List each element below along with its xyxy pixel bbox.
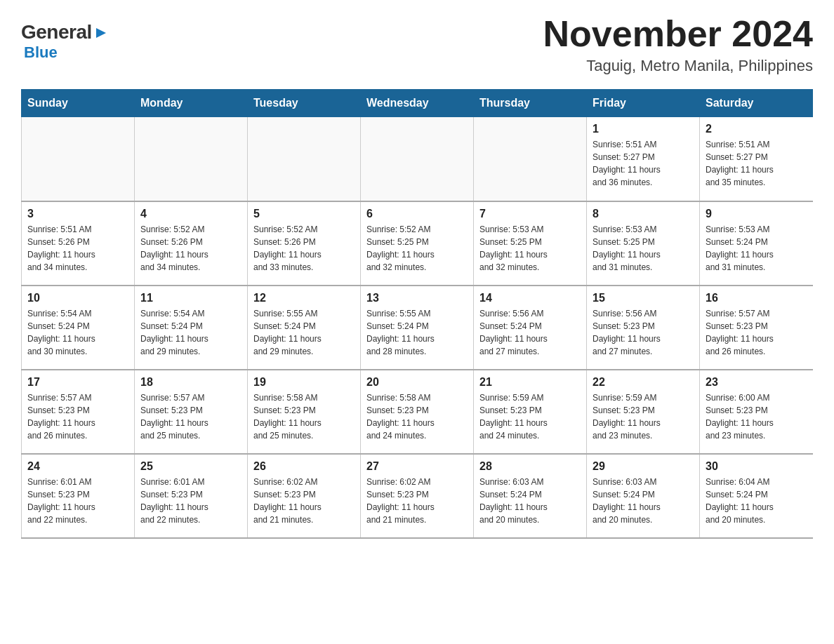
day-number: 8	[593, 208, 694, 220]
day-info: Sunrise: 6:00 AMSunset: 5:23 PMDaylight:…	[706, 391, 807, 442]
day-number: 9	[706, 208, 807, 220]
logo-triangle-icon	[93, 25, 109, 41]
calendar-cell: 27Sunrise: 6:02 AMSunset: 5:23 PMDayligh…	[361, 454, 474, 538]
calendar-cell: 22Sunrise: 5:59 AMSunset: 5:23 PMDayligh…	[587, 370, 700, 454]
calendar-cell: 21Sunrise: 5:59 AMSunset: 5:23 PMDayligh…	[474, 370, 587, 454]
calendar-cell: 3Sunrise: 5:51 AMSunset: 5:26 PMDaylight…	[22, 201, 135, 286]
day-info: Sunrise: 5:59 AMSunset: 5:23 PMDaylight:…	[479, 391, 581, 442]
day-info: Sunrise: 6:03 AMSunset: 5:24 PMDaylight:…	[593, 476, 694, 526]
weekday-header-wednesday: Wednesday	[361, 90, 474, 117]
calendar-cell: 9Sunrise: 5:53 AMSunset: 5:24 PMDaylight…	[700, 201, 813, 286]
weekday-header-saturday: Saturday	[700, 90, 813, 117]
weekday-header-tuesday: Tuesday	[248, 90, 361, 117]
calendar-cell: 14Sunrise: 5:56 AMSunset: 5:24 PMDayligh…	[474, 286, 587, 370]
day-info: Sunrise: 5:52 AMSunset: 5:26 PMDaylight:…	[253, 223, 355, 274]
day-info: Sunrise: 5:57 AMSunset: 5:23 PMDaylight:…	[27, 391, 128, 442]
calendar-cell: 6Sunrise: 5:52 AMSunset: 5:25 PMDaylight…	[361, 201, 474, 286]
calendar-week-row: 3Sunrise: 5:51 AMSunset: 5:26 PMDaylight…	[22, 201, 813, 286]
day-info: Sunrise: 5:51 AMSunset: 5:27 PMDaylight:…	[706, 138, 807, 189]
day-number: 24	[27, 460, 128, 473]
calendar-cell: 20Sunrise: 5:58 AMSunset: 5:23 PMDayligh…	[361, 370, 474, 454]
calendar-week-row: 17Sunrise: 5:57 AMSunset: 5:23 PMDayligh…	[22, 370, 813, 454]
calendar-cell: 5Sunrise: 5:52 AMSunset: 5:26 PMDaylight…	[248, 201, 361, 286]
calendar-cell: 26Sunrise: 6:02 AMSunset: 5:23 PMDayligh…	[248, 454, 361, 538]
title-block: November 2024 Taguig, Metro Manila, Phil…	[543, 14, 813, 75]
day-info: Sunrise: 5:58 AMSunset: 5:23 PMDaylight:…	[253, 391, 355, 442]
day-number: 26	[253, 460, 355, 473]
logo-general-text: General	[21, 21, 92, 43]
day-info: Sunrise: 6:03 AMSunset: 5:24 PMDaylight:…	[479, 476, 581, 526]
calendar-cell: 13Sunrise: 5:55 AMSunset: 5:24 PMDayligh…	[361, 286, 474, 370]
day-info: Sunrise: 5:57 AMSunset: 5:23 PMDaylight:…	[140, 391, 241, 442]
calendar-cell	[474, 117, 587, 201]
day-number: 14	[479, 292, 581, 304]
calendar-cell	[248, 117, 361, 201]
day-number: 20	[366, 376, 468, 389]
day-number: 2	[706, 123, 807, 135]
calendar-table: SundayMondayTuesdayWednesdayThursdayFrid…	[21, 89, 813, 539]
calendar-cell: 17Sunrise: 5:57 AMSunset: 5:23 PMDayligh…	[22, 370, 135, 454]
calendar-cell: 8Sunrise: 5:53 AMSunset: 5:25 PMDaylight…	[587, 201, 700, 286]
day-number: 5	[253, 208, 355, 220]
day-number: 7	[479, 208, 581, 220]
day-info: Sunrise: 6:01 AMSunset: 5:23 PMDaylight:…	[27, 476, 128, 526]
day-number: 23	[706, 376, 807, 389]
day-number: 19	[253, 376, 355, 389]
day-info: Sunrise: 5:54 AMSunset: 5:24 PMDaylight:…	[27, 307, 128, 358]
day-number: 22	[593, 376, 694, 389]
calendar-title: November 2024	[543, 14, 813, 54]
calendar-cell: 16Sunrise: 5:57 AMSunset: 5:23 PMDayligh…	[700, 286, 813, 370]
day-info: Sunrise: 5:56 AMSunset: 5:23 PMDaylight:…	[593, 307, 694, 358]
calendar-cell: 7Sunrise: 5:53 AMSunset: 5:25 PMDaylight…	[474, 201, 587, 286]
day-info: Sunrise: 5:53 AMSunset: 5:25 PMDaylight:…	[593, 223, 694, 274]
day-number: 18	[140, 376, 241, 389]
weekday-header-sunday: Sunday	[22, 90, 135, 117]
day-number: 15	[593, 292, 694, 304]
page-header: General Blue November 2024 Taguig, Metro…	[21, 14, 813, 75]
calendar-cell: 12Sunrise: 5:55 AMSunset: 5:24 PMDayligh…	[248, 286, 361, 370]
weekday-header-monday: Monday	[135, 90, 248, 117]
day-number: 1	[593, 123, 694, 135]
day-info: Sunrise: 5:53 AMSunset: 5:24 PMDaylight:…	[706, 223, 807, 274]
calendar-cell: 24Sunrise: 6:01 AMSunset: 5:23 PMDayligh…	[22, 454, 135, 538]
day-info: Sunrise: 5:59 AMSunset: 5:23 PMDaylight:…	[593, 391, 694, 442]
day-info: Sunrise: 6:02 AMSunset: 5:23 PMDaylight:…	[253, 476, 355, 526]
calendar-cell: 19Sunrise: 5:58 AMSunset: 5:23 PMDayligh…	[248, 370, 361, 454]
calendar-week-row: 10Sunrise: 5:54 AMSunset: 5:24 PMDayligh…	[22, 286, 813, 370]
calendar-cell: 23Sunrise: 6:00 AMSunset: 5:23 PMDayligh…	[700, 370, 813, 454]
day-info: Sunrise: 5:51 AMSunset: 5:26 PMDaylight:…	[27, 223, 128, 274]
day-number: 3	[27, 208, 128, 220]
logo-blue-text: Blue	[24, 43, 58, 61]
calendar-cell: 30Sunrise: 6:04 AMSunset: 5:24 PMDayligh…	[700, 454, 813, 538]
calendar-cell	[22, 117, 135, 201]
day-info: Sunrise: 5:52 AMSunset: 5:25 PMDaylight:…	[366, 223, 468, 274]
weekday-header-thursday: Thursday	[474, 90, 587, 117]
calendar-cell	[361, 117, 474, 201]
day-number: 10	[27, 292, 128, 304]
day-info: Sunrise: 5:55 AMSunset: 5:24 PMDaylight:…	[366, 307, 468, 358]
day-number: 13	[366, 292, 468, 304]
calendar-header-row: SundayMondayTuesdayWednesdayThursdayFrid…	[22, 90, 813, 117]
day-number: 30	[706, 460, 807, 473]
day-number: 21	[479, 376, 581, 389]
weekday-header-friday: Friday	[587, 90, 700, 117]
day-info: Sunrise: 6:02 AMSunset: 5:23 PMDaylight:…	[366, 476, 468, 526]
calendar-cell: 11Sunrise: 5:54 AMSunset: 5:24 PMDayligh…	[135, 286, 248, 370]
day-number: 4	[140, 208, 241, 220]
day-info: Sunrise: 6:01 AMSunset: 5:23 PMDaylight:…	[140, 476, 241, 526]
svg-marker-0	[96, 28, 106, 38]
calendar-cell: 15Sunrise: 5:56 AMSunset: 5:23 PMDayligh…	[587, 286, 700, 370]
day-number: 17	[27, 376, 128, 389]
calendar-cell: 28Sunrise: 6:03 AMSunset: 5:24 PMDayligh…	[474, 454, 587, 538]
calendar-cell: 1Sunrise: 5:51 AMSunset: 5:27 PMDaylight…	[587, 117, 700, 201]
day-info: Sunrise: 6:04 AMSunset: 5:24 PMDaylight:…	[706, 476, 807, 526]
day-info: Sunrise: 5:53 AMSunset: 5:25 PMDaylight:…	[479, 223, 581, 274]
day-info: Sunrise: 5:57 AMSunset: 5:23 PMDaylight:…	[706, 307, 807, 358]
calendar-week-row: 24Sunrise: 6:01 AMSunset: 5:23 PMDayligh…	[22, 454, 813, 538]
calendar-cell: 29Sunrise: 6:03 AMSunset: 5:24 PMDayligh…	[587, 454, 700, 538]
calendar-subtitle: Taguig, Metro Manila, Philippines	[543, 57, 813, 75]
day-info: Sunrise: 5:58 AMSunset: 5:23 PMDaylight:…	[366, 391, 468, 442]
day-number: 29	[593, 460, 694, 473]
day-number: 6	[366, 208, 468, 220]
calendar-cell: 25Sunrise: 6:01 AMSunset: 5:23 PMDayligh…	[135, 454, 248, 538]
